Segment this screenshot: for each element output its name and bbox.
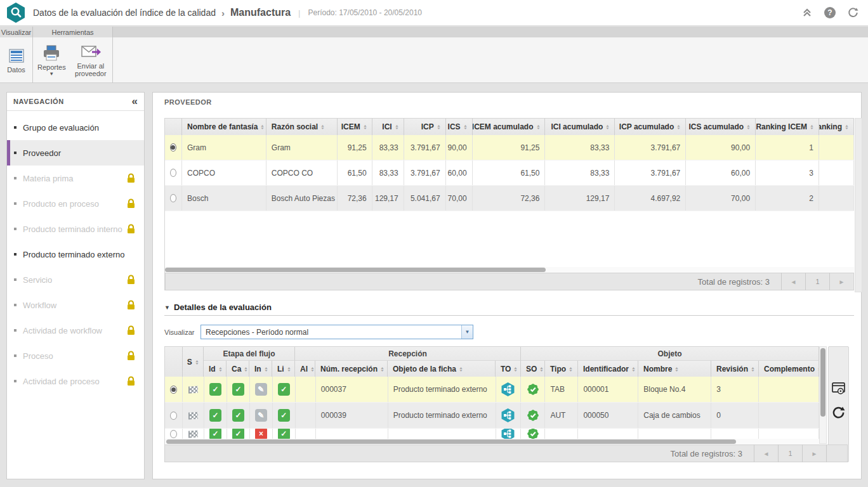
sidebar-item-servicio[interactable]: Servicio: [7, 267, 144, 292]
details-column-header[interactable]: In▲▼: [249, 361, 272, 377]
tab-herramientas[interactable]: Herramientas: [33, 27, 113, 37]
sidebar-item-producto-en-proceso[interactable]: Producto en proceso: [7, 191, 144, 216]
details-column-header[interactable]: Núm. recepción▲▼: [315, 361, 388, 377]
reload-details-button[interactable]: [832, 406, 845, 422]
details-column-header[interactable]: Revisión▲▼: [711, 361, 759, 377]
sort-icon[interactable]: ▲▼: [381, 367, 384, 372]
provider-table-row[interactable]: COPCOCOPCO CO61,5083,333.791,6760,0061,5…: [165, 160, 854, 186]
lock-icon-wrap: [126, 325, 136, 338]
reportes-button[interactable]: Reportes ▼: [36, 44, 68, 77]
provider-column-header[interactable]: ICS acumulado▲▼: [686, 119, 756, 135]
sort-icon[interactable]: ▲▼: [514, 367, 517, 372]
sort-icon[interactable]: ▲▼: [437, 124, 440, 129]
sidebar-item-materia-prima[interactable]: Materia prima: [7, 166, 144, 191]
provider-table-hscrollbar[interactable]: [165, 267, 854, 273]
refresh-icon[interactable]: [846, 6, 859, 19]
details-title-label: Detalles de la evaluación: [174, 302, 272, 312]
provider-column-header[interactable]: Razón social▲▼: [266, 119, 338, 135]
sort-icon[interactable]: ▲▼: [569, 367, 572, 372]
sidebar-item-workflow[interactable]: Workflow: [7, 292, 144, 318]
sort-icon[interactable]: ▲▼: [540, 367, 543, 372]
details-prev-page-button[interactable]: ◄: [754, 445, 778, 462]
details-column-header[interactable]: Identificador▲▼: [578, 361, 638, 377]
panel-collapse-icon[interactable]: «: [132, 97, 138, 106]
details-column-header-s[interactable]: S▲▼: [183, 347, 204, 377]
collapse-ribbon-icon[interactable]: [801, 6, 813, 19]
sort-icon[interactable]: ▲▼: [311, 367, 314, 372]
details-column-header[interactable]: Li▲▼: [272, 361, 295, 377]
provider-column-header[interactable]: ICP▲▼: [404, 119, 446, 135]
provider-column-header[interactable]: ICEM acumulado▲▼: [473, 119, 546, 135]
provider-column-header[interactable]: ICI acumulado▲▼: [545, 119, 615, 135]
sort-icon[interactable]: ▲▼: [244, 367, 247, 372]
provider-column-header[interactable]: Ranking▲▼: [819, 119, 854, 135]
view-record-button[interactable]: [832, 382, 845, 397]
details-filter-select[interactable]: Recepciones - Período normal ▼: [201, 325, 473, 339]
sort-icon[interactable]: ▲▼: [395, 124, 398, 129]
sort-icon[interactable]: ▲▼: [845, 124, 848, 129]
details-table-row[interactable]: ✓✓✎✓000039Producto terminado externoAUT0…: [165, 403, 819, 429]
sort-icon[interactable]: ▲▼: [459, 367, 463, 372]
sidebar-item-actividad-de-proceso[interactable]: Actividad de proceso: [7, 368, 144, 394]
details-column-header[interactable]: Id▲▼: [204, 361, 227, 377]
sort-icon[interactable]: ▲▼: [287, 367, 291, 372]
provider-prev-page-button[interactable]: ◄: [781, 273, 805, 290]
details-table-hscrollbar[interactable]: [165, 439, 819, 445]
row-select-radio[interactable]: [170, 169, 176, 177]
bullet-icon: [14, 329, 16, 332]
enviar-proveedor-button[interactable]: Enviar al proveedor: [72, 42, 110, 79]
datos-button[interactable]: Datos: [5, 46, 27, 75]
provider-table-vscrollbar[interactable]: [855, 118, 862, 292]
tab-visualizar[interactable]: Visualizar: [0, 27, 33, 37]
sort-icon[interactable]: ▲▼: [606, 124, 609, 129]
help-icon[interactable]: ?: [824, 6, 836, 19]
sidebar-item-proceso[interactable]: Proceso: [7, 343, 144, 368]
details-table-row[interactable]: ✓✓✎✓000037Producto terminado externoTAB0…: [165, 377, 819, 403]
row-select-radio[interactable]: [170, 143, 176, 152]
sidebar-item-grupo-de-evaluaci-n[interactable]: Grupo de evaluación: [7, 115, 144, 140]
sidebar-item-producto-terminado-externo[interactable]: Producto terminado externo: [7, 242, 144, 267]
provider-next-page-button[interactable]: ►: [829, 273, 853, 290]
details-column-header[interactable]: Objeto de la ficha▲▼: [388, 361, 496, 377]
sidebar-item-actividad-de-workflow[interactable]: Actividad de workflow: [7, 318, 144, 343]
provider-column-header[interactable]: ICS▲▼: [446, 119, 473, 135]
sort-icon[interactable]: ▲▼: [364, 124, 367, 129]
sort-icon[interactable]: ▲▼: [537, 124, 540, 129]
sort-icon[interactable]: ▲▼: [464, 124, 467, 129]
details-column-header[interactable]: Al▲▼: [295, 361, 315, 377]
sort-icon[interactable]: ▲▼: [195, 360, 199, 365]
sidebar-item-proveedor[interactable]: Proveedor: [7, 140, 144, 166]
sidebar-item-producto-terminado-interno[interactable]: Producto terminado interno: [7, 216, 144, 242]
details-table-row[interactable]: ✓✓×✓: [165, 429, 819, 439]
details-column-header[interactable]: SO▲▼: [521, 361, 545, 377]
details-table-vscrollbar[interactable]: [819, 346, 827, 444]
details-column-header[interactable]: Ca▲▼: [227, 361, 249, 377]
row-select-radio[interactable]: [170, 194, 176, 202]
provider-table-row[interactable]: BoschBosch Auto Piezas72,36129,175.041,6…: [165, 186, 854, 211]
sort-icon[interactable]: ▲▼: [632, 367, 635, 372]
provider-column-header[interactable]: ICP acumulado▲▼: [615, 119, 686, 135]
sort-icon[interactable]: ▲▼: [219, 367, 222, 372]
provider-column-header[interactable]: ICI▲▼: [372, 119, 404, 135]
provider-table-row[interactable]: GramGram91,2583,333.791,6790,0091,2583,3…: [165, 135, 854, 160]
row-select-radio[interactable]: [170, 386, 177, 394]
details-column-header[interactable]: TO▲▼: [496, 361, 521, 377]
provider-column-header[interactable]: ICEM▲▼: [338, 119, 372, 135]
row-select-radio[interactable]: [170, 430, 177, 438]
details-column-header[interactable]: Tipo▲▼: [545, 361, 578, 377]
details-section-title[interactable]: ▼ Detalles de la evaluación: [164, 302, 272, 312]
provider-column-header[interactable]: Nombre de fantasía▲▼: [182, 119, 266, 135]
sort-icon[interactable]: ▲▼: [677, 124, 680, 129]
sort-icon[interactable]: ▲▼: [751, 367, 754, 372]
sort-icon[interactable]: ▲▼: [261, 124, 264, 129]
sort-icon[interactable]: ▲▼: [321, 124, 324, 129]
sort-icon[interactable]: ▲▼: [265, 367, 268, 372]
details-next-page-button[interactable]: ►: [802, 445, 826, 462]
provider-column-header[interactable]: Ranking ICEM▲▼: [756, 119, 819, 135]
sort-icon[interactable]: ▲▼: [675, 367, 678, 372]
details-column-header[interactable]: Nombre▲▼: [638, 361, 711, 377]
sort-icon[interactable]: ▲▼: [747, 124, 750, 129]
details-column-header[interactable]: Complemento▲▼: [759, 361, 819, 377]
sort-icon[interactable]: ▲▼: [810, 124, 813, 129]
row-select-radio[interactable]: [170, 412, 177, 420]
